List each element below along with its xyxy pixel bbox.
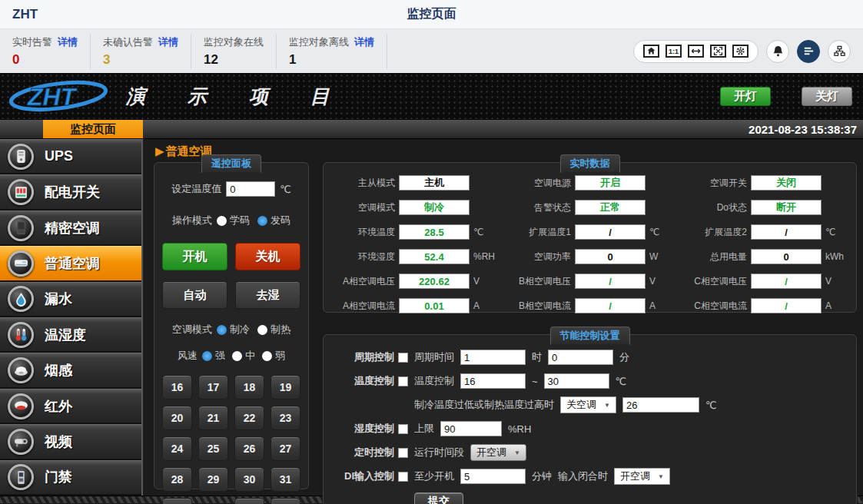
auto-button[interactable]: 自动 (162, 281, 227, 309)
overtemp-action-select[interactable]: 关空调 (560, 396, 616, 413)
sidebar-item-precision-ac[interactable]: 精密空调 (0, 211, 141, 246)
radio-label: 制热 (271, 323, 290, 337)
sidebar-item-infrared[interactable]: 红外 (0, 389, 141, 424)
logo-bar: ZHT 演 示 项 目 开灯 关灯 (0, 73, 863, 119)
home-icon[interactable] (643, 45, 659, 58)
radio-option-学码[interactable]: 学码 (217, 214, 250, 227)
power-on-button[interactable]: 开机 (162, 243, 227, 270)
field-label: 扩展温度1 (529, 226, 571, 239)
submit-button[interactable]: 提交 (414, 492, 463, 504)
cycle-minutes-input[interactable] (548, 350, 613, 365)
sidebar-item-breaker[interactable]: 配电开关 (0, 174, 141, 210)
tab-monitor-page[interactable]: 监控页面 (43, 120, 143, 138)
humidity-limit-input[interactable] (440, 421, 502, 436)
temp-button-32[interactable]: 32 (162, 498, 192, 504)
temp-button-26[interactable]: 26 (234, 436, 264, 461)
stat-2: 监控对象在线12 (191, 34, 277, 69)
cycle-control-checkbox[interactable] (398, 353, 408, 363)
fit-width-icon[interactable] (688, 45, 704, 58)
temp-button-24[interactable]: 24 (162, 436, 192, 461)
dehumidify-button[interactable]: 去湿 (235, 281, 300, 309)
temp-button--[interactable]: - (271, 498, 300, 504)
di-minutes-input[interactable] (460, 469, 526, 484)
field-unit: A (473, 300, 500, 311)
temp-button-16[interactable]: 16 (162, 375, 192, 400)
stat-detail-link[interactable]: 详情 (158, 35, 178, 49)
sidebar-item-ups[interactable]: UPS (0, 139, 141, 174)
temp-button-19[interactable]: 19 (271, 375, 300, 400)
list-view-button[interactable] (797, 40, 820, 63)
field-unit: %RH (473, 251, 500, 262)
temp-button-20[interactable]: 20 (162, 406, 192, 430)
humidity-control-checkbox[interactable] (398, 424, 408, 434)
stat-value: 0 (12, 52, 78, 68)
temp-button-18[interactable]: 18 (234, 375, 264, 400)
sidebar-item-temp-humidity[interactable]: 温湿度 (0, 317, 141, 353)
radio-label: 发码 (271, 214, 290, 227)
light-off-button[interactable]: 关灯 (802, 87, 852, 106)
realtime-field: 空调电源开启 (500, 175, 675, 191)
temp-button-23[interactable]: 23 (271, 406, 300, 430)
field-label: C相空调电压 (694, 275, 747, 288)
temp-button-21[interactable]: 21 (198, 406, 228, 430)
sidebar-item-video[interactable]: 视频 (0, 424, 141, 459)
field-value: / (575, 298, 646, 313)
temp-button-28[interactable]: 28 (162, 467, 192, 492)
field-value: 正常 (575, 200, 646, 215)
field-unit: V (649, 276, 675, 287)
sidebar-item-door[interactable]: 门禁 (0, 460, 141, 496)
temp-min-input[interactable] (460, 373, 526, 389)
di-closed-label: 输入闭合时 (558, 469, 608, 483)
radio-option-制热[interactable]: 制热 (257, 323, 290, 337)
field-label: 主从模式 (358, 177, 395, 190)
timer-control-checkbox[interactable] (398, 448, 408, 458)
topology-view-button[interactable] (828, 40, 851, 63)
temp-button-31[interactable]: 31 (271, 467, 300, 492)
realtime-field: B相空调电流/A (500, 298, 675, 313)
door-access-icon (8, 464, 34, 490)
tilde: ~ (532, 376, 538, 387)
timer-action-select[interactable]: 开空调 (470, 444, 526, 461)
temp-button-30[interactable]: 30 (234, 467, 264, 492)
set-temp-input[interactable] (226, 181, 275, 197)
temp-button-25[interactable]: 25 (198, 436, 228, 461)
one-to-one-icon[interactable]: 1:1 (666, 45, 682, 58)
alarm-bell-button[interactable] (766, 40, 789, 63)
field-label: C相空调电流 (694, 300, 747, 313)
radio-option-制冷[interactable]: 制冷 (217, 323, 250, 337)
settings-gear-icon[interactable] (732, 45, 748, 58)
field-value: / (751, 224, 822, 240)
overtemp-temp-input[interactable] (622, 397, 699, 413)
temp-button-+[interactable]: + (234, 498, 264, 504)
stat-label: 未确认告警 (103, 35, 153, 49)
temp-button-17[interactable]: 17 (198, 375, 228, 400)
realtime-field: 空调功率0W (500, 249, 675, 264)
temp-range-label: 温度控制 (414, 374, 454, 388)
realtime-data-panel: 实时数据 主从模式主机空调模式制冷环境温度28.5℃环境湿度52.4%RHA相空… (323, 162, 857, 313)
temp-button-22[interactable]: 22 (234, 406, 264, 430)
sidebar-item-water-leak[interactable]: 漏水 (0, 282, 141, 317)
radio-option-弱[interactable]: 弱 (262, 349, 285, 363)
light-on-button[interactable]: 开灯 (720, 87, 771, 106)
temp-max-input[interactable] (544, 373, 609, 389)
radio-option-发码[interactable]: 发码 (257, 214, 290, 227)
fullscreen-icon[interactable] (710, 45, 726, 58)
sidebar-item-label: 配电开关 (45, 183, 100, 201)
temp-button-29[interactable]: 29 (198, 467, 228, 492)
stat-detail-link[interactable]: 详情 (354, 35, 374, 49)
realtime-field: 环境湿度52.4%RH (324, 249, 500, 264)
radio-option-强[interactable]: 强 (202, 349, 225, 363)
sidebar-item-smoke[interactable]: 烟感 (0, 353, 141, 388)
di-control-label: DI输入控制 (344, 469, 394, 483)
cycle-hours-input[interactable] (460, 350, 526, 365)
timer-action-value: 开空调 (476, 446, 506, 459)
di-control-checkbox[interactable] (398, 472, 408, 482)
temp-button-27[interactable]: 27 (271, 436, 300, 461)
radio-dot (257, 216, 267, 226)
power-off-button[interactable]: 关机 (235, 243, 300, 270)
sidebar-item-ac[interactable]: 普通空调 (0, 246, 141, 281)
temp-control-checkbox[interactable] (398, 376, 408, 386)
stat-detail-link[interactable]: 详情 (58, 35, 78, 49)
di-action-select[interactable]: 开空调 (614, 468, 670, 485)
radio-option-中[interactable]: 中 (232, 349, 255, 363)
